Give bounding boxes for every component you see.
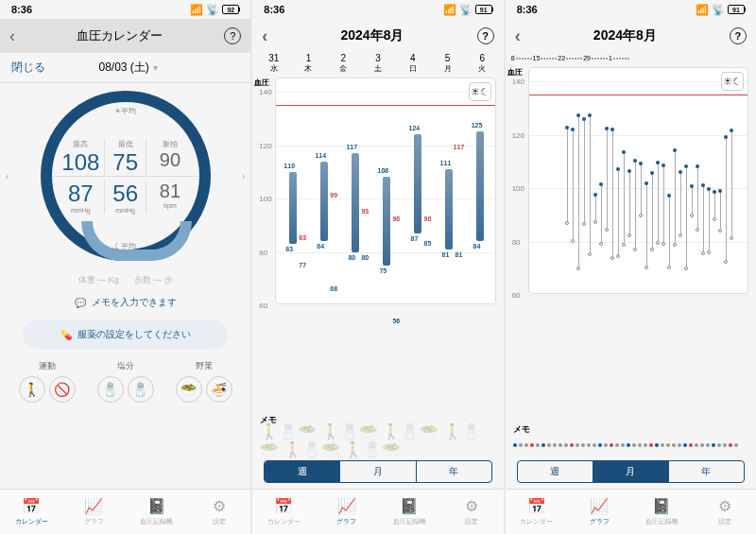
exercise-no-icon[interactable]: 🚫 (49, 376, 76, 403)
seg-year[interactable]: 年 (417, 461, 491, 482)
seg-month[interactable]: 月 (593, 461, 669, 482)
status-right: 📶 📡 92 (190, 4, 239, 16)
header: ‹ 2024年8月 ? (252, 19, 503, 53)
avg-label-day: ☀平均 (114, 106, 136, 116)
month-title: 2024年8月 (593, 27, 657, 44)
memo-section: メモ 🚶🧂🥗 🚶🧂🥗 🚶🧂🥗 🚶🧂🥗 🚶🧂🥗 🚶🧂🥗 (252, 407, 503, 456)
wifi-icon: 📡 (206, 4, 219, 16)
tab-settings[interactable]: ⚙設定 (188, 490, 250, 534)
bp-axis-label: 血圧 (254, 78, 269, 88)
tab-bar: 📅カレンダー 📈グラフ 📓血圧記録帳 ⚙設定 (252, 489, 503, 534)
tab-log[interactable]: 📓血圧記録帳 (378, 490, 440, 534)
period-segmented-control: 週 月 年 (264, 460, 491, 483)
wifi-icon: 📡 (712, 4, 725, 16)
salt-low-icon[interactable]: 🧂 (97, 376, 124, 403)
calendar-icon: 📅 (22, 497, 41, 515)
battery-icon: 91 (475, 5, 492, 14)
screen-graph-month: 8:36 📶📡91 ‹ 2024年8月 ? 81522291 血圧 ☀☾ 140… (506, 0, 756, 534)
tab-settings[interactable]: ⚙設定 (440, 490, 503, 534)
signal-icon: 📶 (696, 4, 709, 16)
tab-bar: 📅カレンダー 📈グラフ 📓血圧記録帳 ⚙設定 (506, 489, 756, 534)
seg-month[interactable]: 月 (340, 461, 416, 482)
seg-year[interactable]: 年 (669, 461, 744, 482)
battery-icon: 92 (222, 5, 239, 14)
period-segmented-control: 週 月 年 (517, 460, 745, 483)
calendar-icon: 📅 (527, 497, 546, 515)
tab-calendar[interactable]: 📅カレンダー (252, 490, 315, 534)
status-bar: 8:36 📶📡91 (506, 0, 756, 19)
help-button[interactable]: ? (477, 27, 494, 44)
graph-icon: 📈 (337, 497, 356, 515)
status-bar: 8:36 📶 📡 92 (0, 0, 250, 19)
status-bar: 8:36 📶📡91 (252, 0, 503, 19)
tab-graph[interactable]: 📈グラフ (316, 490, 378, 534)
category-row: 運動 🚶🚫 塩分 🧂🧂 野菜 🥗🍜 (0, 356, 250, 406)
gear-icon: ⚙ (718, 497, 731, 515)
header-title: 血圧カレンダー (77, 27, 163, 44)
tab-calendar[interactable]: 📅カレンダー (506, 490, 568, 534)
bp-chart-month[interactable]: ☀☾ 1401201008060 (528, 67, 748, 294)
date-picker[interactable]: 08/03 (土) ▾ (98, 60, 157, 76)
tab-settings[interactable]: ⚙設定 (694, 490, 756, 534)
bp-axis-label: 血圧 (507, 67, 523, 78)
battery-icon: 91 (728, 5, 745, 14)
medication-button[interactable]: 💊 服薬の設定をしてください (23, 320, 228, 349)
log-icon: 📓 (400, 497, 419, 515)
prev-day[interactable]: ‹ (6, 171, 9, 181)
pulse-hi: 90 (148, 149, 191, 171)
month-title: 2024年8月 (341, 27, 404, 44)
back-button[interactable]: ‹ (9, 26, 15, 46)
gear-icon: ⚙ (465, 497, 478, 515)
signal-icon: 📶 (190, 4, 203, 16)
graph-icon: 📈 (590, 497, 609, 515)
tab-graph[interactable]: 📈グラフ (62, 490, 125, 534)
close-button[interactable]: 閉じる (11, 60, 45, 76)
back-button[interactable]: ‹ (262, 26, 267, 46)
pill-icon: 💊 (60, 330, 72, 340)
veg-no-icon[interactable]: 🍜 (206, 376, 232, 403)
calendar-icon: 📅 (274, 497, 293, 515)
chart-area: 血圧 ☀☾ 1401201008060 (506, 63, 756, 417)
tab-bar: 📅カレンダー 📈グラフ 📓血圧記録帳 ⚙設定 (0, 489, 250, 534)
graph-icon: 📈 (84, 497, 103, 515)
exercise-yes-icon[interactable]: 🚶 (19, 376, 45, 403)
dia-lo: 56 (105, 181, 146, 207)
tab-log[interactable]: 📓血圧記録帳 (630, 490, 693, 534)
next-day[interactable]: › (242, 171, 245, 181)
pulse-lo: 81 (148, 181, 191, 202)
wifi-icon: 📡 (459, 4, 472, 16)
sys-hi: 108 (60, 149, 102, 176)
help-button[interactable]: ? (730, 27, 747, 44)
sys-lo: 87 (60, 181, 102, 207)
speech-icon: 💬 (75, 298, 86, 308)
bp-dial: ☀平均 最高108 最低75 脈拍90 87mmHg 56mmHg 81bpm … (41, 91, 211, 261)
seg-week[interactable]: 週 (518, 461, 593, 482)
clock: 8:36 (517, 4, 538, 15)
clock: 8:36 (264, 4, 284, 15)
dense-day-strip[interactable]: 81522291 (506, 53, 756, 63)
log-icon: 📓 (652, 497, 671, 515)
header: ‹ 2024年8月 ? (506, 19, 756, 53)
chevron-down-icon: ▾ (153, 62, 158, 73)
seg-week[interactable]: 週 (265, 461, 340, 482)
salt-high-icon[interactable]: 🧂 (128, 376, 154, 403)
memo-input[interactable]: 💬 メモを入力できます (0, 292, 250, 313)
sub-header: 閉じる 08/03 (土) ▾ (0, 53, 250, 83)
log-icon: 📓 (147, 497, 166, 515)
back-button[interactable]: ‹ (515, 26, 521, 46)
header: ‹ 血圧カレンダー ? (0, 19, 250, 53)
dia-hi: 75 (105, 149, 146, 176)
tab-graph[interactable]: 📈グラフ (568, 490, 630, 534)
screen-graph-week: 8:36 📶📡91 ‹ 2024年8月 ? 31水1木2金3土4日5月6火 血圧… (252, 0, 503, 534)
day-strip[interactable]: 31水1木2金3土4日5月6火 (252, 53, 503, 74)
screen-calendar: 8:36 📶 📡 92 ‹ 血圧カレンダー ? 閉じる 08/03 (土) ▾ … (0, 0, 250, 534)
tab-calendar[interactable]: 📅カレンダー (0, 490, 62, 534)
bp-chart[interactable]: ☀☾ 1401201008060110838377114849968117809… (275, 78, 495, 304)
veg-yes-icon[interactable]: 🥗 (176, 376, 202, 403)
clock: 8:36 (11, 4, 32, 15)
avg-label-night: ☾平均 (114, 241, 136, 251)
chart-area: 血圧 ☀☾ 1401201008060110838377114849968117… (252, 74, 503, 407)
memo-dots (513, 436, 748, 455)
help-button[interactable]: ? (224, 27, 241, 44)
tab-log[interactable]: 📓血圧記録帳 (126, 490, 188, 534)
